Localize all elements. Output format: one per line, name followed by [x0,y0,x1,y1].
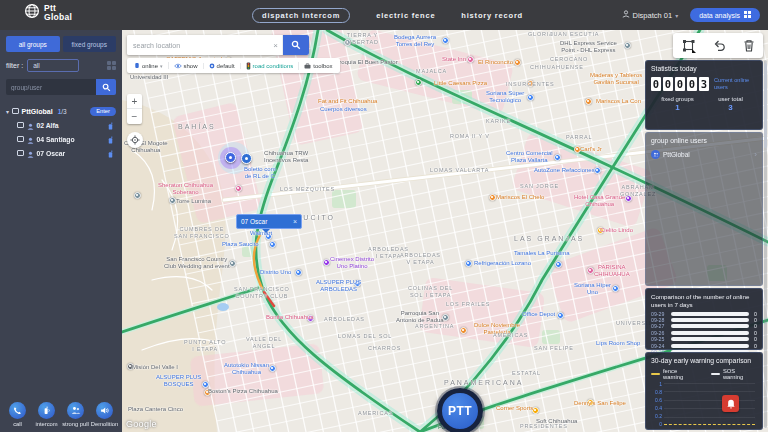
member-checkbox[interactable] [17,122,24,129]
tree-member-row[interactable]: 04 Santiago [6,132,116,146]
map-label: Maderas y Tableros Gavilán Sucursal [590,72,642,86]
intercom-button[interactable]: intercom [33,402,60,428]
action-bar: call intercom strong pull Demolition [0,402,122,428]
statistics-title: Statistics today [651,65,757,72]
tree-group-row[interactable]: ▾ PttGlobal 1/3 Enter [6,104,116,118]
user-marker[interactable] [241,153,252,164]
undo-icon[interactable] [713,39,726,52]
map-label: Soriana Súper Tecnológico [486,90,524,104]
poi-marker[interactable] [415,79,422,86]
map-label: Boston's Pizza Chihuahua [208,388,278,395]
enter-group-button[interactable]: Enter [90,107,116,116]
strong-pull-button[interactable]: strong pull [62,402,89,428]
tree-member-row[interactable]: 07 Oscar [6,146,116,160]
demolition-button[interactable]: Demolition [91,402,118,428]
traffic-light-icon [246,62,251,70]
group-tree: ▾ PttGlobal 1/3 Enter 02 Alfa 04 Santiag… [6,104,116,160]
user-marker-oscar[interactable] [225,152,236,163]
show-toggle[interactable]: show [169,63,204,69]
phone-icon [9,402,26,419]
user-icon [622,10,630,20]
poi-marker[interactable] [134,192,141,199]
speaker-icon [96,402,113,419]
poi-marker[interactable] [202,381,209,388]
map-label: PARISINA CHIHUAHUA [594,264,630,278]
counter-caption: Current online users [714,77,756,92]
tab-history-record[interactable]: history record [461,11,523,20]
comparison-date: 09-24 [651,343,668,349]
member-checkbox[interactable] [17,136,24,143]
close-icon[interactable]: × [293,218,297,225]
search-button[interactable] [96,79,116,95]
locate-button[interactable] [127,132,143,148]
ptt-button[interactable]: PTT [437,388,483,432]
data-analysis-button[interactable]: data analysis [690,8,760,22]
poi-marker[interactable] [442,37,449,44]
poi-marker[interactable] [585,98,592,105]
user-menu[interactable]: Dispatch 01 ▾ [622,10,679,20]
poi-marker[interactable] [235,185,242,192]
zoom-out-button[interactable]: − [127,109,142,124]
filter-select[interactable]: all [27,59,79,72]
map-label: Fat and Fit Chihuahua [318,98,377,105]
fence-warning-swatch [651,373,660,375]
map-label: PANAMERICANA [444,379,524,387]
chevron-down-icon: ▾ [675,12,678,19]
map-layer-toolbar: online▾ show default road conditions too… [127,58,340,73]
map-search-button[interactable] [283,35,309,55]
call-button[interactable]: call [4,402,31,428]
trash-icon[interactable] [743,39,755,52]
poi-marker[interactable] [514,59,521,66]
poi-marker[interactable] [624,42,631,49]
map-label: CHARROS [368,345,401,352]
tab-fixed-groups[interactable]: fixed groups [63,36,117,52]
poi-marker[interactable] [554,154,561,161]
poi-marker[interactable] [467,56,474,63]
map-user-popup[interactable]: 07 Oscar × [236,214,302,229]
map-label: CUMBRES DE SAN FRANCISCO [174,226,230,239]
clear-icon[interactable]: × [269,35,283,55]
map-label: PARRAL [566,134,592,141]
legend-sos-warning[interactable]: SOS warning [711,368,757,380]
map-label: MAJALCA [416,68,447,75]
poi-marker[interactable] [465,260,472,267]
tab-dispatch-intercom[interactable]: dispatch intercom [252,8,350,23]
group-online-row[interactable]: PttGlobal › [651,150,757,159]
default-style[interactable]: default [204,63,241,69]
legend-fence-warning[interactable]: fence warning [651,368,699,380]
poi-marker[interactable] [269,365,276,372]
intercom-icon[interactable] [107,144,114,162]
map-label: Plaza Saucito [222,241,259,248]
tab-electric-fence[interactable]: electric fence [376,11,435,20]
poi-marker[interactable] [555,261,562,268]
zoom-in-button[interactable]: + [127,94,142,109]
poi-marker[interactable] [527,94,534,101]
group-user-search-input[interactable] [6,79,96,95]
poi-marker[interactable] [269,241,276,248]
member-checkbox[interactable] [17,150,24,157]
group-checkbox[interactable] [12,108,19,115]
globe-icon [24,3,40,23]
panel-scrollbar-thumb[interactable] [764,63,767,148]
polygon-select-icon[interactable] [682,39,696,53]
poi-marker[interactable] [587,267,594,274]
chevron-right-icon[interactable]: › [754,151,757,159]
road-conditions-toggle[interactable]: road conditions [241,62,300,70]
tab-all-groups[interactable]: all groups [6,36,60,52]
poi-marker[interactable] [295,269,302,276]
map-search-input[interactable] [127,35,269,55]
map-label: SAN FELIPE [534,345,574,352]
poi-marker[interactable] [612,285,619,292]
tree-member-row[interactable]: 02 Alfa [6,118,116,132]
layout-grid-icon[interactable] [107,61,117,71]
comparison-rows: 09-29009-28009-27009-26009-25009-24009-2… [651,311,757,356]
poi-marker[interactable] [169,197,176,204]
poi-marker[interactable] [460,327,467,334]
stats-columns: fixed groups 1 user total 3 [651,96,757,112]
poi-marker[interactable] [489,194,496,201]
online-filter[interactable]: online▾ [129,62,169,69]
poi-marker[interactable] [323,259,330,266]
tree-expand-icon[interactable]: ▾ [6,108,9,115]
toolbox-menu[interactable]: toolbox [299,63,337,69]
poi-marker[interactable] [557,312,564,319]
